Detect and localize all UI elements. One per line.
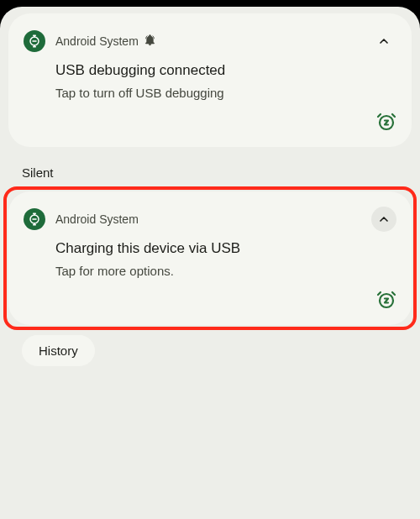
snooze-icon[interactable] [376, 290, 396, 313]
notification-shade: Android System USB debugging connected T… [0, 7, 420, 519]
notification-footer [24, 290, 396, 313]
app-name-label: Android System [55, 34, 139, 48]
notification-body: USB debugging connected Tap to turn off … [24, 62, 396, 102]
notification-footer [24, 112, 396, 135]
snooze-icon[interactable] [376, 112, 396, 135]
notification-text: Tap for more options. [55, 262, 396, 280]
android-system-icon [24, 208, 45, 230]
android-system-icon [24, 30, 45, 52]
notification-card-charging[interactable]: Android System Charging this device via … [8, 191, 412, 325]
notification-card-usb-debugging[interactable]: Android System USB debugging connected T… [8, 13, 412, 147]
notification-body: Charging this device via USB Tap for mor… [24, 240, 396, 280]
notification-header: Android System [24, 207, 396, 232]
notification-title: USB debugging connected [55, 62, 396, 79]
silent-section-label: Silent [22, 165, 412, 180]
highlighted-wrapper: Android System Charging this device via … [8, 191, 412, 325]
collapse-button[interactable] [371, 207, 396, 232]
notification-text: Tap to turn off USB debugging [55, 84, 396, 102]
app-name-label: Android System [55, 212, 361, 226]
bell-icon [144, 34, 361, 50]
history-button[interactable]: History [22, 335, 95, 366]
notification-header: Android System [24, 29, 396, 54]
notification-title: Charging this device via USB [55, 240, 396, 257]
collapse-button[interactable] [371, 29, 396, 54]
